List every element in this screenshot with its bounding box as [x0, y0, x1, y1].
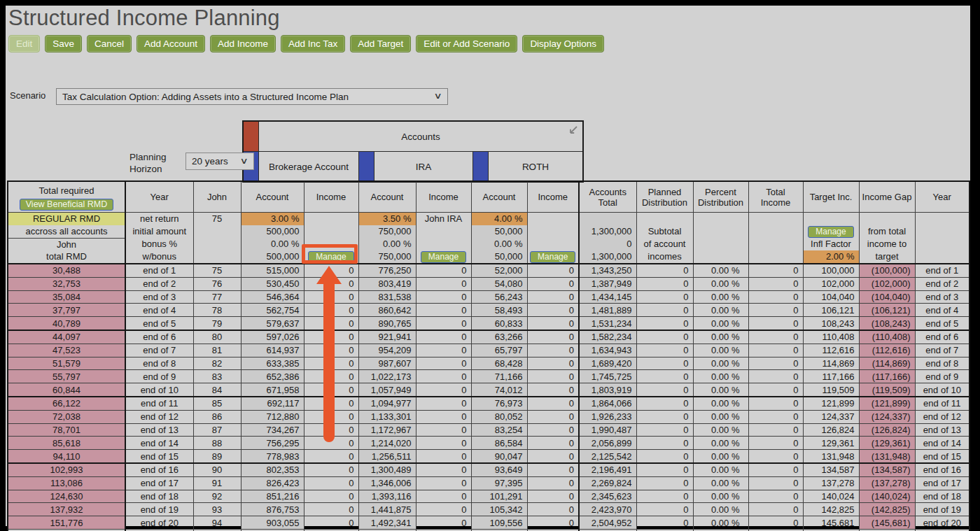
cell: 0 — [304, 304, 358, 317]
cell: 97,395 — [471, 476, 527, 490]
cell: 860,642 — [358, 304, 416, 317]
cell: 851,216 — [241, 490, 304, 503]
cell: 0 — [304, 317, 358, 330]
cell: 1,689,420 — [579, 357, 636, 370]
ira-manage-button[interactable]: Manage — [421, 251, 466, 263]
toolbar-button-edit[interactable]: Edit — [8, 35, 40, 52]
cell: 2,269,824 — [579, 476, 636, 490]
cell: 76,973 — [471, 397, 527, 410]
cell: 890,765 — [358, 317, 416, 330]
cell: 778,983 — [241, 450, 304, 463]
cell: 0 — [636, 423, 693, 437]
cell: 2,196,491 — [579, 463, 636, 476]
cell: 0 — [416, 370, 471, 383]
cell: 54,080 — [471, 277, 527, 290]
cell: (102,000) — [859, 277, 915, 290]
across-accounts-label: accross all accounts — [8, 225, 125, 238]
cell: 0 — [416, 330, 471, 344]
cell: 903,055 — [241, 516, 304, 530]
initial-amount-label: initial amount — [126, 225, 193, 238]
cell: 0 — [416, 277, 471, 290]
wbonus-label: w/bonus — [126, 250, 193, 263]
cell: end of 11 — [915, 397, 969, 410]
cell: 0.00 % — [693, 264, 748, 277]
cell: 826,423 — [241, 476, 304, 490]
cell: 0.00 % — [693, 410, 748, 423]
cell: (124,337) — [859, 410, 915, 423]
toolbar-button-cancel[interactable]: Cancel — [87, 35, 132, 52]
toolbar-button-add-income[interactable]: Add Income — [210, 35, 276, 52]
scenario-select[interactable]: Tax Calculation Option: Adding Assets in… — [56, 88, 448, 105]
cell: 0 — [304, 476, 358, 490]
cell: (140,024) — [859, 490, 915, 503]
collapse-icon[interactable] — [566, 125, 578, 138]
cell: 1,256,511 — [358, 450, 416, 463]
cell: 55,797 — [8, 370, 125, 383]
toolbar-button-display-options[interactable]: Display Options — [522, 35, 604, 52]
cell: 83,254 — [471, 423, 527, 437]
cell: end of 14 — [915, 437, 969, 450]
planned-dist-note: Subtotal — [637, 225, 693, 238]
setup-ira-account: 3.50 % 750,000 0.00 % 750,000 — [358, 213, 416, 264]
cell: 0 — [748, 330, 803, 344]
page-title: Structured Income Planning — [8, 6, 280, 31]
cell: 1,214,020 — [358, 437, 416, 450]
toolbar-button-add-inc-tax[interactable]: Add Inc Tax — [281, 35, 345, 52]
cell: 0 — [527, 397, 579, 410]
toolbar-button-add-target[interactable]: Add Target — [350, 35, 411, 52]
cell: (134,587) — [859, 463, 915, 476]
cell: 124,630 — [8, 490, 125, 503]
brokerage-manage-button[interactable]: Manage — [308, 251, 354, 263]
infl-factor-value: 2.00 % — [804, 250, 859, 263]
cell: end of 13 — [915, 423, 969, 437]
cell: 0 — [416, 423, 471, 437]
column-header-year-right: Year — [915, 181, 969, 213]
column-header-roth-account: Account — [471, 181, 527, 213]
john-total-rmd-box: John total RMD — [8, 238, 125, 263]
cell: 546,364 — [241, 290, 304, 304]
cell: 0 — [636, 344, 693, 357]
cell: 954,209 — [358, 344, 416, 357]
cell: end of 20 — [125, 516, 193, 530]
cell: 1,387,949 — [579, 277, 636, 290]
cell: 0 — [748, 516, 803, 530]
cell: 101,291 — [471, 490, 527, 503]
view-beneficial-rmd-button[interactable]: View Beneficial RMD — [20, 199, 113, 211]
cell: 145,681 — [803, 516, 859, 530]
table-row: 124,630end of 1892851,21601,393,1160101,… — [8, 490, 969, 503]
total-rmd-label: total RMD — [8, 250, 125, 262]
cell: 0 — [416, 503, 471, 516]
toolbar-button-add-account[interactable]: Add Account — [136, 35, 205, 52]
cell: 0.00 % — [693, 290, 748, 304]
cell: 92 — [193, 490, 241, 503]
setup-brokerage-income: Manage — [304, 213, 358, 264]
cell: 74,012 — [471, 383, 527, 397]
table-row: 55,797end of 983652,38601,022,173071,166… — [8, 370, 969, 383]
cell: 0.00 % — [693, 516, 748, 530]
cell: 0.00 % — [693, 437, 748, 450]
cell: (121,899) — [859, 397, 915, 410]
cell: 734,267 — [241, 423, 304, 437]
toolbar-button-edit-or-add-scenario[interactable]: Edit or Add Scenario — [416, 35, 517, 52]
brokerage-net-return: 3.00 % — [241, 213, 304, 225]
section-brokerage-account: Brokerage Account — [259, 152, 359, 181]
cell: 100,000 — [803, 264, 859, 277]
cell: 0 — [527, 357, 579, 370]
cell: 68,428 — [471, 357, 527, 370]
planning-table: Total required View Beneficial RMD Year … — [7, 180, 970, 531]
cell: end of 2 — [915, 277, 969, 290]
roth-manage-button[interactable]: Manage — [530, 251, 575, 263]
cell: end of 6 — [915, 330, 969, 344]
cell: 89 — [193, 450, 241, 463]
toolbar-button-save[interactable]: Save — [45, 35, 82, 52]
cell: 0 — [304, 357, 358, 370]
cell: 0.00 % — [693, 397, 748, 410]
target-manage-button[interactable]: Manage — [808, 226, 853, 238]
cell: 0 — [636, 264, 693, 277]
planning-horizon-select[interactable]: 20 years ∨ — [186, 153, 254, 170]
cell: end of 17 — [915, 476, 969, 490]
cell: 0 — [748, 370, 803, 383]
cell: 137,278 — [803, 476, 859, 490]
setup-income-gap: from total income to target — [859, 213, 915, 264]
cell: 1,803,919 — [579, 383, 636, 397]
